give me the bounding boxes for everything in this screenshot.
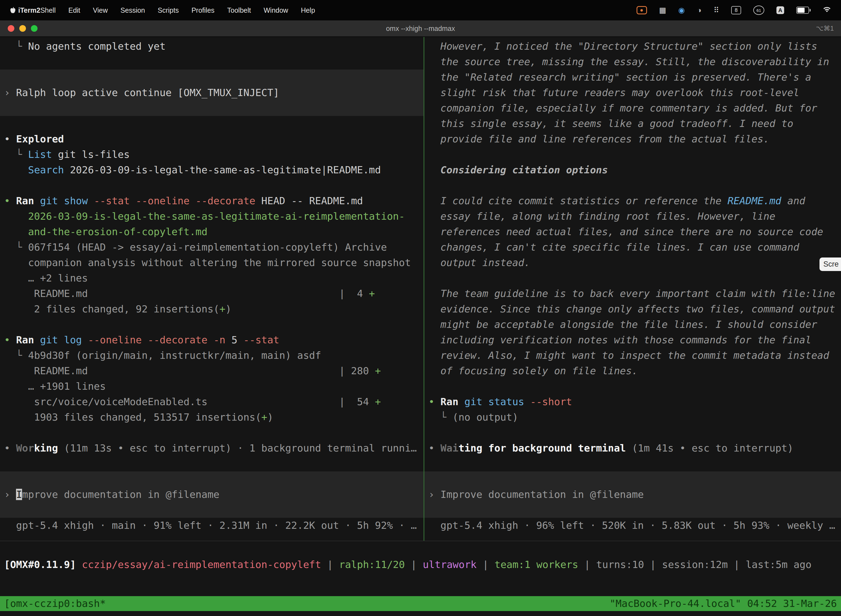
text-run: +: [375, 365, 381, 377]
blank-line: [428, 378, 841, 394]
close-button[interactable]: [8, 25, 14, 32]
text-run: └: [4, 350, 28, 361]
text-run: ultrawork: [423, 559, 476, 570]
text-run: Search: [28, 164, 64, 176]
dots-grid-icon[interactable]: ⠿: [714, 6, 719, 15]
text-run: 2026-03-09-is-legal-the-same-as-legitima…: [64, 164, 381, 176]
text-run: Explored: [16, 133, 64, 145]
keycap-8-icon[interactable]: 8: [731, 6, 741, 14]
window-title-bar[interactable]: omx --xhigh --madmax ⌥⌘1: [0, 21, 841, 37]
text-run: mprove documentation in @filename: [22, 489, 219, 500]
window-title: omx --xhigh --madmax: [386, 25, 455, 32]
text-run: └: [428, 412, 453, 423]
menu-item-session[interactable]: Session: [120, 6, 145, 14]
model-status-line: gpt-5.4 xhigh · main · 91% left · 2.31M …: [4, 518, 423, 533]
thinking-line: including verification notes with those …: [428, 332, 841, 348]
thinking-line: review. Also, I might want to inspect th…: [428, 348, 841, 363]
right-terminal-pane[interactable]: However, I noticed the "Directory Struct…: [424, 37, 841, 541]
text-run: the "Related research writing" section i…: [428, 72, 811, 83]
ran-git-show-line: • Ran git show --stat --oneline --decora…: [4, 193, 423, 209]
thinking-line: essay file, along with finding root file…: [428, 209, 841, 224]
diffstat-line: src/voice/voiceModeEnabled.ts | 54 +: [4, 394, 423, 409]
explored-search-line: Search 2026-03-09-is-legal-the-same-as-l…: [4, 162, 423, 178]
zoom-button[interactable]: [31, 25, 38, 32]
commit-line: └ 067f154 (HEAD -> essay/ai-reimplementa…: [4, 239, 423, 255]
menu-item-iterm2[interactable]: iTerm2: [18, 6, 40, 14]
menu-items: ShellEditViewSessionScriptsProfilesToolb…: [40, 6, 315, 14]
text-run: gpt-5.4 xhigh · main · 91% left · 2.31M …: [4, 520, 417, 531]
tmux-host-clock: "MacBook-Pro-44.local" 04:52 31-Mar-26: [610, 596, 837, 611]
text-run: --stat --oneline --decorate: [94, 195, 255, 207]
thinking-line: might be acceptable alongside the file l…: [428, 317, 841, 332]
apple-logo-icon: [10, 7, 15, 13]
diffstat-summary-line: 2 files changed, 92 insertions(+): [4, 301, 423, 317]
text-run: |: [578, 559, 596, 570]
text-run: [88, 195, 94, 207]
ellipsis-line: … +1901 lines: [4, 378, 423, 394]
text-run: README.md | 280: [4, 365, 375, 377]
text-run: •: [4, 195, 16, 207]
agents-status-line: └ No agents completed yet: [4, 39, 423, 54]
text-run: ting for background terminal: [458, 442, 626, 454]
text-run: essay file, along with finding root file…: [428, 211, 775, 222]
prompt-input-left[interactable]: › Improve documentation in @filename: [0, 471, 423, 518]
minimize-button[interactable]: [19, 25, 26, 32]
text-run: +: [375, 396, 381, 407]
blank-line: [428, 147, 841, 162]
text-run: └: [4, 149, 28, 160]
working-status-line: • Working (11m 13s • esc to interrupt) ·…: [4, 440, 423, 456]
macos-menu-bar: iTerm2 ShellEditViewSessionScriptsProfil…: [0, 0, 841, 21]
prompt-input-line[interactable]: › Improve documentation in @filename: [428, 487, 841, 502]
text-run: ralph:11/20: [339, 559, 405, 570]
text-run: [4, 164, 28, 176]
menu-item-view[interactable]: View: [93, 6, 108, 14]
wifi-icon[interactable]: [823, 6, 831, 14]
essay-filename-line: and-the-erosion-of-copyleft.md: [4, 224, 423, 239]
app-icon-blue[interactable]: ◉: [678, 6, 685, 15]
text-run: •: [4, 442, 16, 454]
menu-item-window[interactable]: Window: [264, 6, 288, 14]
blank-line: [4, 178, 423, 193]
prompt-input-right[interactable]: › Improve documentation in @filename: [424, 471, 841, 518]
text-run: [208, 334, 214, 346]
menu-item-scripts[interactable]: Scripts: [158, 6, 179, 14]
text-run: [OMX#0.11.9]: [4, 559, 82, 570]
text-run: List: [28, 149, 52, 160]
text-run: 1903 files changed, 513517 insertions(: [4, 412, 261, 423]
thinking-line: evidence. Since this change only affects…: [428, 301, 841, 317]
text-run: 2026-03-09-is-legal-the-same-as-legitima…: [4, 211, 405, 222]
tmux-session-label: [omx-cczip0:bash*: [4, 596, 105, 611]
diffstat-line: README.md | 4 +: [4, 286, 423, 301]
menu-item-help[interactable]: Help: [301, 6, 315, 14]
text-run: output instead.: [428, 257, 530, 268]
battery-icon[interactable]: [796, 7, 811, 14]
menu-item-edit[interactable]: Edit: [69, 6, 80, 14]
text-run: +: [261, 412, 267, 423]
diffstat-line: README.md | 280 +: [4, 363, 423, 378]
text-run: |: [728, 559, 746, 570]
screen-sharing-pill[interactable]: Scre: [819, 258, 841, 271]
diffstat-summary-line: 1903 files changed, 513517 insertions(+): [4, 409, 423, 425]
app-icon-dark[interactable]: ◑: [697, 6, 701, 15]
apple-menu[interactable]: [10, 7, 15, 13]
menu-item-shell[interactable]: Shell: [40, 6, 56, 14]
menu-item-profiles[interactable]: Profiles: [192, 6, 214, 14]
text-run: companion file, especially if more comme…: [428, 103, 817, 114]
text-run: review. Also, I might want to inspect th…: [428, 350, 829, 361]
text-run: ›: [4, 87, 16, 98]
recording-indicator-icon[interactable]: [637, 6, 647, 14]
prompt-input-line[interactable]: › Improve documentation in @filename: [4, 487, 423, 502]
left-terminal-pane[interactable]: └ No agents completed yet› Ralph loop ac…: [0, 37, 424, 541]
menu-item-toolbelt[interactable]: Toolbelt: [227, 6, 251, 14]
text-run: src/voice/voiceModeEnabled.ts | 54: [4, 396, 375, 407]
thinking-line: slight risk that future readers may over…: [428, 85, 841, 100]
text-run: └: [4, 41, 28, 52]
battery-percent-icon[interactable]: 61: [753, 6, 764, 15]
text-run: changes, I can't cite specific file line…: [428, 242, 799, 253]
text-run: Wai: [440, 442, 458, 454]
text-run: might be acceptable alongside the file l…: [428, 319, 817, 330]
text-run: cczip/essay/ai-reimplementation-copyleft: [82, 559, 321, 570]
keyboard-icon[interactable]: ▦: [659, 6, 666, 15]
text-run: references need actual files, and since …: [428, 226, 823, 238]
input-source-icon[interactable]: A: [777, 6, 784, 14]
